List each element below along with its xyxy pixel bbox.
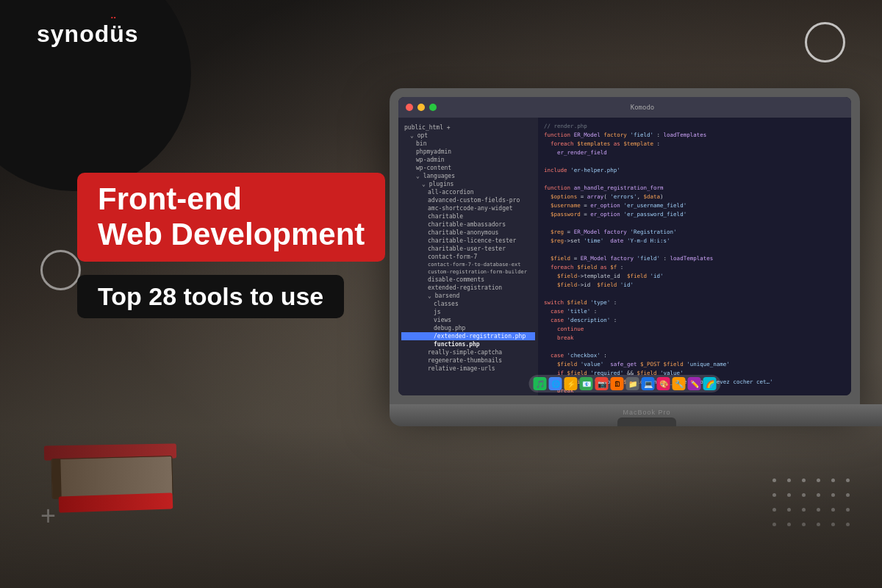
code-line: $options = array( 'errors', $data) [544, 193, 845, 201]
code-line: foreach $templates as $template : [544, 140, 845, 148]
dock-icon: 🗓 [611, 377, 624, 390]
code-line [544, 175, 845, 184]
dock-icon: 🎵 [534, 377, 547, 390]
code-line: continue [544, 325, 845, 334]
code-line: $reg->set 'time' date 'Y-m-d H:i:s' [544, 237, 845, 245]
file-item: all-accordion [401, 188, 535, 196]
laptop-body: Komodo public_html + ⌄ opt bin phpmyadmi… [390, 88, 860, 404]
code-editor-content: public_html + ⌄ opt bin phpmyadmin wp-ad… [398, 118, 851, 395]
file-item: contact-form-7 [401, 253, 535, 261]
file-item: wp-admin [401, 156, 535, 164]
code-line [544, 290, 845, 298]
book-spine [51, 459, 61, 498]
file-item: charitable [401, 212, 535, 220]
file-item: extended-registration [401, 284, 535, 292]
code-line: $username = er_option 'er_username_field… [544, 201, 845, 210]
code-line: $field = ER_Model factory 'field' : load… [544, 254, 845, 263]
laptop-notch [617, 417, 676, 426]
file-item: functions.php [401, 340, 535, 348]
dock-icon: 🌈 [703, 377, 717, 390]
circle-decoration-top-right [805, 22, 845, 62]
circle-decoration-left [40, 250, 81, 290]
file-item: public_html + [401, 123, 535, 132]
file-item: relative-image-urls [401, 365, 535, 373]
file-item: charitable-anonymous [401, 229, 535, 237]
file-item: bin [401, 140, 535, 148]
code-line: $password = er_option 'er_password_field… [544, 210, 845, 219]
toolbar-close-dot [406, 104, 413, 111]
code-line [544, 157, 845, 166]
file-item-active: /extended-registration.php [401, 332, 535, 340]
code-line: $field->template_id $field 'id' [544, 272, 845, 281]
dock-icon: 📷 [595, 377, 609, 390]
file-item: wp-content [401, 164, 535, 172]
toolbar-minimize-dot [417, 104, 425, 111]
dock-icon: 🔧 [673, 377, 686, 390]
heading-line-1: Front-end [98, 182, 242, 216]
toolbar-app-title: Komodo [631, 104, 655, 111]
logo: synodüs [37, 21, 139, 48]
code-line: $field->id $field 'id' [544, 281, 845, 290]
file-item: debug.php [401, 324, 535, 332]
code-line: foreach $field as $f : [544, 263, 845, 272]
dock-icon: 🎨 [657, 377, 670, 390]
code-editor-area: // render.php function ER_Model factory … [538, 118, 851, 395]
dock-icon: 📧 [580, 377, 593, 390]
dock-icon: ✏️ [688, 377, 701, 390]
code-line: include 'er-helper.php' [544, 166, 845, 175]
dock-icon: ⚡ [564, 377, 578, 390]
code-line: break [544, 334, 845, 343]
file-item: advanced-custom-fields-pro [401, 196, 535, 204]
file-item: ⌄ opt [401, 132, 535, 140]
code-line: $reg = ER_Model factory 'Registration' [544, 228, 845, 237]
file-item: charitable-user-tester [401, 245, 535, 253]
file-item: classes [401, 300, 535, 308]
code-line [544, 219, 845, 228]
code-line: switch $field 'type' : [544, 298, 845, 307]
content-area: Front-end Web Development Top 28 tools t… [77, 173, 385, 318]
file-item: ⌄ languages [401, 172, 535, 180]
file-item: custom-registration-form-builder [401, 268, 535, 276]
dock-icon: 💻 [642, 377, 655, 390]
laptop-mockup: Komodo public_html + ⌄ opt bin phpmyadmi… [390, 88, 882, 500]
code-line: case 'checkbox' : [544, 351, 845, 360]
logo-text: synodüs [37, 21, 139, 47]
logo-u-letter: ü [110, 21, 125, 48]
code-line: function ER_Model factory 'field' : load… [544, 131, 845, 140]
file-item: contact-form-7-to-database-ext [401, 261, 535, 268]
dock-icon: 🌐 [549, 377, 562, 390]
file-item: charitable-licence-tester [401, 237, 535, 245]
file-item: charitable-ambassadors [401, 220, 535, 229]
toolbar-maximize-dot [429, 104, 437, 111]
file-item: views [401, 316, 535, 324]
code-line [544, 343, 845, 351]
file-item: ⌄ plugins [401, 180, 535, 188]
screen-toolbar: Komodo [398, 97, 851, 118]
mac-dock: 🎵 🌐 ⚡ 📧 📷 🗓 📁 💻 🎨 🔧 ✏️ 🌈 [529, 375, 721, 392]
file-item: disable-comments [401, 276, 535, 284]
laptop-base [390, 404, 882, 426]
code-line: case 'title' : [544, 307, 845, 316]
file-item: really-simple-captcha [401, 348, 535, 356]
file-tree-panel: public_html + ⌄ opt bin phpmyadmin wp-ad… [398, 118, 538, 395]
code-line: // render.php [544, 122, 845, 131]
sub-heading-badge: Top 28 tools to use [77, 275, 344, 318]
file-item: ⌄ barsend [401, 292, 535, 300]
code-line: function an_handle_registration_form [544, 184, 845, 193]
heading-line-2: Web Development [98, 217, 365, 252]
file-item: amc-shortcode-any-widget [401, 204, 535, 212]
code-line: er_render_field [544, 148, 845, 157]
code-line: case 'description' : [544, 316, 845, 325]
page-container: synodüs + + + [0, 0, 882, 588]
file-item: phpmyadmin [401, 148, 535, 156]
code-line [544, 245, 845, 254]
main-heading-badge: Front-end Web Development [77, 173, 385, 262]
code-line: $field 'value' safe_get $_POST $field 'u… [544, 360, 845, 369]
laptop-screen: Komodo public_html + ⌄ opt bin phpmyadmi… [398, 97, 851, 395]
dock-icon: 📁 [626, 377, 639, 390]
file-item: regenerate-thumbnails [401, 356, 535, 365]
file-item: js [401, 308, 535, 316]
